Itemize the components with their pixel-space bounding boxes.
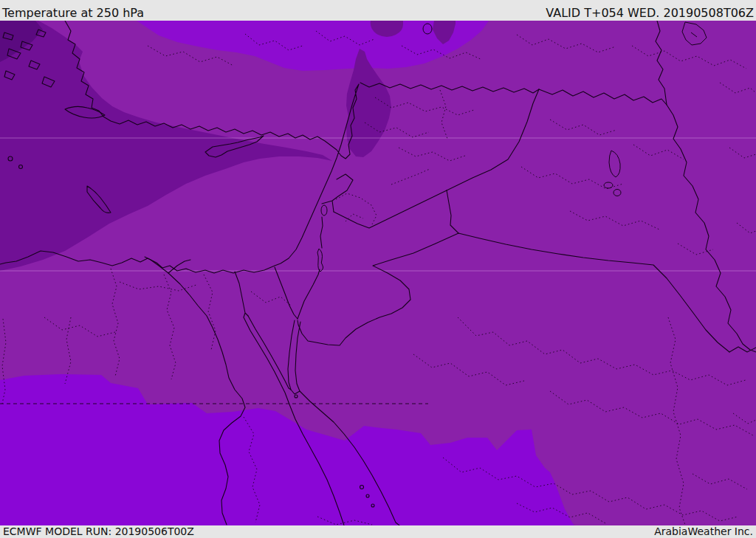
- temperature-fill-regions: [0, 21, 756, 525]
- header-bar: Temperature at 250 hPa VALID T+054 WED. …: [0, 0, 756, 21]
- model-run-label: ECMWF MODEL RUN: 20190506T00Z: [3, 526, 194, 537]
- valid-time-label: VALID T+054 WED. 20190508T06Z: [546, 7, 754, 20]
- temperature-map: [0, 21, 756, 525]
- weather-map-screen: Temperature at 250 hPa VALID T+054 WED. …: [0, 0, 756, 538]
- brand-label: ArabiaWeather Inc.: [654, 526, 753, 537]
- page-title: Temperature at 250 hPa: [2, 7, 144, 20]
- footer-bar: ECMWF MODEL RUN: 20190506T00Z ArabiaWeat…: [0, 525, 756, 538]
